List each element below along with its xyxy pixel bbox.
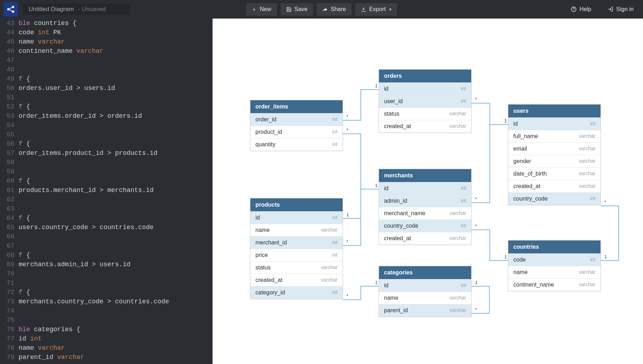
code-line[interactable]: 65users.country_code > countries.code xyxy=(0,223,213,232)
code-line[interactable]: 79parent_id varchar xyxy=(0,353,213,362)
table-row[interactable]: parent_idvarchar xyxy=(379,304,471,317)
code-line[interactable]: 57order_items.product_id > products.id xyxy=(0,148,213,158)
code-line[interactable]: 71 xyxy=(0,278,213,288)
help-button[interactable]: Help xyxy=(565,3,597,15)
table-row[interactable]: quantityint xyxy=(250,138,343,151)
code-line[interactable]: 80 xyxy=(0,362,213,364)
share-button[interactable]: Share xyxy=(317,3,352,16)
table-row[interactable]: product_idint xyxy=(250,126,343,138)
code-content: f { xyxy=(19,102,30,111)
column-type: varchar xyxy=(579,146,595,152)
code-line[interactable]: 70 xyxy=(0,269,213,278)
code-line[interactable]: 72f { xyxy=(0,288,213,297)
code-line[interactable]: 64f { xyxy=(0,213,213,223)
table-header[interactable]: orders xyxy=(379,70,471,82)
code-line[interactable]: 67 xyxy=(0,241,213,251)
table-header[interactable]: categories xyxy=(379,266,471,279)
table-row[interactable]: date_of_birthvarchar xyxy=(508,167,600,180)
code-line[interactable]: 43ble countries { xyxy=(0,19,213,28)
table-row[interactable]: created_atvarchar xyxy=(379,232,471,244)
code-line[interactable]: 62 xyxy=(0,195,213,204)
table-row[interactable]: idint xyxy=(379,182,471,194)
code-line[interactable]: 77id int xyxy=(0,334,213,343)
table-row[interactable]: statusvarchar xyxy=(379,107,471,120)
signin-button[interactable]: Sign in xyxy=(602,3,639,15)
table-row[interactable]: codeint xyxy=(508,253,600,266)
table-countries[interactable]: countriescodeintnamevarcharcontinent_nam… xyxy=(508,240,601,291)
table-row[interactable]: created_atvarchar xyxy=(379,120,471,132)
app-logo[interactable] xyxy=(4,2,18,16)
code-line[interactable]: 48 xyxy=(0,65,213,74)
table-row[interactable]: created_atvarchar xyxy=(250,274,343,286)
table-row[interactable]: priceint xyxy=(250,249,343,261)
table-row[interactable]: namevarchar xyxy=(250,224,343,236)
table-row[interactable]: idint xyxy=(379,82,471,95)
table-row[interactable]: country_codeint xyxy=(379,219,471,232)
code-line[interactable]: 74 xyxy=(0,306,213,315)
code-line[interactable]: 52f { xyxy=(0,102,213,111)
new-button[interactable]: ＋ New xyxy=(246,3,277,16)
table-row[interactable]: admin_idint xyxy=(379,194,471,207)
svg-point-1 xyxy=(12,6,14,8)
line-number: 44 xyxy=(0,28,19,37)
table-header[interactable]: merchants xyxy=(379,169,471,182)
table-header[interactable]: order_items xyxy=(250,100,343,113)
code-line[interactable]: 50orders.user_id > users.id xyxy=(0,84,213,93)
table-row[interactable]: full_namevarchar xyxy=(508,130,600,142)
code-line[interactable]: 69merchants.admin_id > users.id xyxy=(0,260,213,269)
table-row[interactable]: idint xyxy=(508,117,600,130)
code-line[interactable]: 45name varchar xyxy=(0,37,213,46)
code-editor[interactable]: 43ble countries {44code int PK45name var… xyxy=(0,19,213,364)
table-row[interactable]: continent_namevarchar xyxy=(508,278,600,291)
table-row[interactable]: namevarchar xyxy=(379,292,471,304)
code-line[interactable]: 49f { xyxy=(0,74,213,84)
table-row[interactable]: idint xyxy=(379,279,471,292)
table-row[interactable]: country_codeint xyxy=(508,192,600,205)
code-line[interactable]: 63 xyxy=(0,204,213,213)
code-line[interactable]: 59 xyxy=(0,167,213,176)
code-line[interactable]: 75 xyxy=(0,315,213,325)
code-line[interactable]: 47 xyxy=(0,56,213,65)
code-line[interactable]: 78name varchar xyxy=(0,343,213,353)
table-row[interactable]: idint xyxy=(250,211,343,224)
table-row[interactable]: created_atvarchar xyxy=(508,180,600,192)
table-row[interactable]: order_idint xyxy=(250,113,343,126)
table-categories[interactable]: categoriesidintnamevarcharparent_idvarch… xyxy=(379,266,472,317)
table-row[interactable]: namevarchar xyxy=(508,266,600,278)
cardinality-label: * xyxy=(475,197,477,202)
table-orders[interactable]: ordersidintuser_idintstatusvarcharcreate… xyxy=(379,69,472,133)
code-line[interactable]: 76ble categories { xyxy=(0,325,213,334)
code-line[interactable]: 56f { xyxy=(0,139,213,148)
table-row[interactable]: category_idint xyxy=(250,286,343,299)
code-line[interactable]: 73merchants.country_code > countries.cod… xyxy=(0,297,213,306)
table-products[interactable]: productsidintnamevarcharmerchant_idintpr… xyxy=(250,198,343,299)
code-line[interactable]: 54 xyxy=(0,121,213,130)
code-line[interactable]: 58 xyxy=(0,158,213,167)
code-line[interactable]: 66 xyxy=(0,232,213,241)
export-button[interactable]: Export ▾ xyxy=(355,3,397,16)
code-line[interactable]: 44code int PK xyxy=(0,28,213,37)
table-order_items[interactable]: order_itemsorder_idintproduct_idintquant… xyxy=(250,100,343,151)
table-row[interactable]: gendervarchar xyxy=(508,155,600,167)
table-row[interactable]: user_idint xyxy=(379,95,471,107)
diagram-canvas[interactable]: *1*1*1*1*1*1*1*1*1 order_itemsorder_idin… xyxy=(213,19,643,364)
table-header[interactable]: users xyxy=(508,105,600,117)
code-line[interactable]: 60f { xyxy=(0,176,213,186)
table-users[interactable]: usersidintfull_namevarcharemailvarcharge… xyxy=(508,104,601,205)
table-row[interactable]: emailvarchar xyxy=(508,142,600,155)
table-row[interactable]: merchant_idint xyxy=(250,236,343,249)
table-row[interactable]: merchant_namevarchar xyxy=(379,207,471,219)
document-title-wrap[interactable]: Untitled Diagram - Unsaved xyxy=(23,4,130,15)
code-line[interactable]: 46continent_name varchar xyxy=(0,46,213,56)
table-header[interactable]: countries xyxy=(508,241,600,253)
code-line[interactable]: 55 xyxy=(0,130,213,139)
table-header[interactable]: products xyxy=(250,198,343,211)
table-row[interactable]: statusvarchar xyxy=(250,261,343,274)
column-type: int xyxy=(332,141,338,148)
save-button[interactable]: Save xyxy=(280,3,313,16)
code-line[interactable]: 68f { xyxy=(0,251,213,260)
table-merchants[interactable]: merchantsidintadmin_idintmerchant_nameva… xyxy=(379,169,472,245)
code-line[interactable]: 51 xyxy=(0,93,213,102)
code-line[interactable]: 61products.merchant_id > merchants.id xyxy=(0,186,213,195)
code-line[interactable]: 53order_items.order_id > orders.id xyxy=(0,111,213,121)
